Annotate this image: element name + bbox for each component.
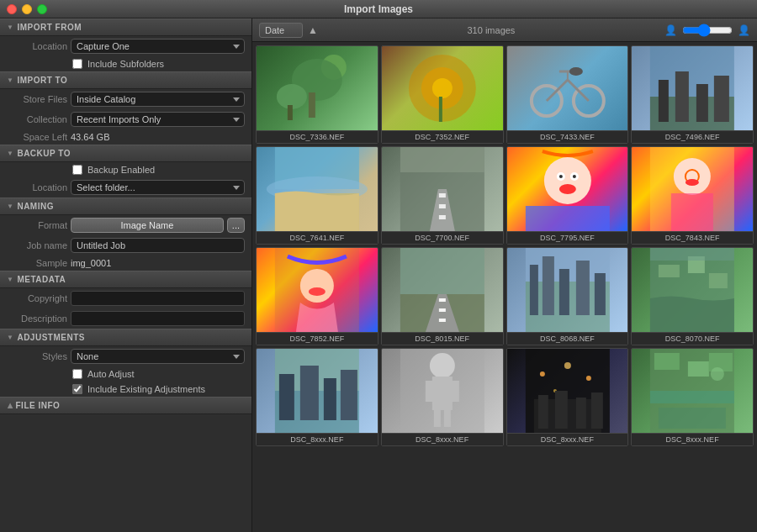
svg-point-44	[309, 287, 326, 296]
description-row: Description	[0, 308, 251, 329]
thumb-cell[interactable]: DSC_8070.NEF	[631, 247, 754, 345]
import-to-header[interactable]: ▼ IMPORT TO	[0, 71, 251, 89]
thumb-cell[interactable]: DSC_7433.NEF	[506, 45, 629, 144]
thumb-label: DSC_7433.NEF	[507, 130, 628, 143]
thumb-size-slider[interactable]	[682, 24, 733, 37]
svg-point-35	[558, 184, 575, 194]
metadata-label: METADATA	[17, 275, 66, 284]
space-left-value: 43.64 GB	[71, 132, 245, 142]
minimize-button[interactable]	[22, 4, 32, 14]
sample-label: Sample	[7, 258, 67, 268]
file-info-header[interactable]: ▶ FILE INFO	[0, 397, 251, 414]
job-name-row: Job name	[0, 235, 251, 255]
space-left-row: Space Left 43.64 GB	[0, 129, 251, 145]
description-input[interactable]	[71, 311, 245, 326]
svg-rect-65	[300, 366, 319, 420]
thumb-cell[interactable]: DSC_8015.NEF	[381, 247, 504, 345]
naming-content: Format Image Name ... Job name Sample im…	[0, 215, 251, 271]
svg-rect-55	[575, 261, 589, 315]
description-label: Description	[7, 313, 67, 324]
thumb-cell[interactable]: DSC_8xxx.NEF	[381, 348, 504, 446]
thumb-label: DSC_8xxx.NEF	[382, 433, 503, 445]
maximize-button[interactable]	[37, 4, 47, 14]
thumb-cell[interactable]: DSC_7336.NEF	[256, 45, 378, 144]
collection-label: Collection	[7, 114, 67, 124]
sort-arrow-icon: ▲	[308, 24, 318, 36]
format-ellipsis-button[interactable]: ...	[227, 218, 245, 233]
svg-rect-73	[434, 410, 441, 427]
location-label: Location	[7, 41, 67, 51]
svg-point-77	[564, 362, 570, 369]
thumb-cell[interactable]: DSC_8068.NEF	[506, 247, 629, 345]
copyright-input[interactable]	[71, 291, 245, 306]
thumb-cell[interactable]: DSC_7795.NEF	[506, 146, 629, 245]
styles-select[interactable]: None	[71, 349, 245, 364]
naming-header[interactable]: ▼ NAMING	[0, 198, 251, 215]
backup-to-header[interactable]: ▼ BACKUP TO	[0, 145, 251, 162]
location-row: Location Capture One	[0, 36, 251, 56]
location-select[interactable]: Capture One	[71, 39, 245, 54]
metadata-content: Copyright Description	[0, 288, 251, 329]
backup-location-select[interactable]: Select folder...	[71, 180, 245, 195]
thumb-label: DSC_8xxx.NEF	[507, 433, 628, 445]
svg-point-15	[569, 67, 582, 76]
svg-rect-58	[659, 265, 680, 277]
backup-to-content: Backup Enabled Location Select folder...	[0, 162, 251, 198]
thumb-image	[507, 147, 628, 231]
include-subfolders-checkbox[interactable]	[72, 59, 82, 69]
thumb-cell[interactable]: DSC_7700.NEF	[381, 146, 504, 245]
thumb-image	[507, 248, 628, 332]
svg-rect-72	[451, 381, 459, 402]
format-button[interactable]: Image Name	[71, 218, 224, 233]
thumb-cell[interactable]: DSC_7352.NEF	[381, 45, 504, 144]
include-subfolders-label: Include Subfolders	[87, 59, 164, 69]
svg-rect-47	[439, 298, 446, 302]
svg-rect-2	[309, 92, 315, 118]
svg-rect-29	[400, 147, 484, 172]
thumb-cell[interactable]: DSC_7641.NEF	[256, 146, 378, 245]
metadata-header[interactable]: ▼ METADATA	[0, 271, 251, 288]
thumb-cell[interactable]: DSC_7852.NEF	[256, 247, 378, 345]
include-existing-checkbox[interactable]	[72, 384, 82, 394]
thumb-cell[interactable]: DSC_8xxx.NEF	[256, 348, 378, 446]
import-to-content: Store Files Inside Catalog Collection Re…	[0, 89, 251, 145]
thumb-cell[interactable]: DSC_8xxx.NEF	[506, 348, 629, 446]
svg-rect-27	[439, 204, 446, 208]
adjustments-header[interactable]: ▼ ADJUSTMENTS	[0, 329, 251, 346]
job-name-input[interactable]	[71, 238, 245, 253]
thumb-image	[632, 349, 753, 433]
svg-rect-36	[525, 206, 609, 231]
format-label: Format	[7, 220, 67, 230]
close-button[interactable]	[7, 4, 17, 14]
thumb-cell[interactable]: DSC_7496.NEF	[631, 45, 754, 144]
thumb-cell[interactable]: DSC_8xxx.NEF	[631, 348, 754, 446]
sample-row: Sample img_0001	[0, 255, 251, 271]
adjustments-label: ADJUSTMENTS	[17, 333, 85, 342]
svg-line-11	[546, 80, 567, 101]
auto-adjust-checkbox[interactable]	[72, 369, 82, 379]
thumb-image	[632, 147, 753, 231]
store-files-label: Store Files	[7, 94, 67, 104]
import-from-label: IMPORT FROM	[17, 23, 82, 32]
right-header: Date ▲ 310 images 👤 👤	[252, 18, 757, 42]
svg-point-33	[558, 175, 562, 178]
include-existing-label: Include Existing Adjustments	[87, 384, 205, 394]
import-from-header[interactable]: ▼ IMPORT FROM	[0, 18, 251, 36]
collection-select[interactable]: Recent Imports Only	[71, 112, 245, 127]
styles-label: Styles	[7, 351, 67, 361]
sample-value: img_0001	[71, 258, 245, 268]
backup-enabled-checkbox[interactable]	[72, 165, 82, 175]
backup-to-label: BACKUP TO	[17, 149, 71, 158]
copyright-row: Copyright	[0, 288, 251, 308]
svg-point-78	[585, 376, 590, 381]
svg-rect-52	[529, 265, 537, 315]
thumb-cell[interactable]: DSC_7843.NEF	[631, 146, 754, 245]
thumb-grid-container: DSC_7336.NEF DSC_7352.NEF	[252, 42, 757, 532]
thumb-size-slider-area	[682, 24, 733, 37]
import-from-triangle: ▼	[7, 24, 13, 31]
store-files-select[interactable]: Inside Catalog	[71, 92, 245, 107]
thumb-label: DSC_7641.NEF	[257, 231, 378, 244]
import-from-content: Location Capture One Include Subfolders	[0, 36, 251, 71]
sort-select[interactable]: Date	[259, 23, 303, 38]
thumb-image	[382, 248, 503, 332]
